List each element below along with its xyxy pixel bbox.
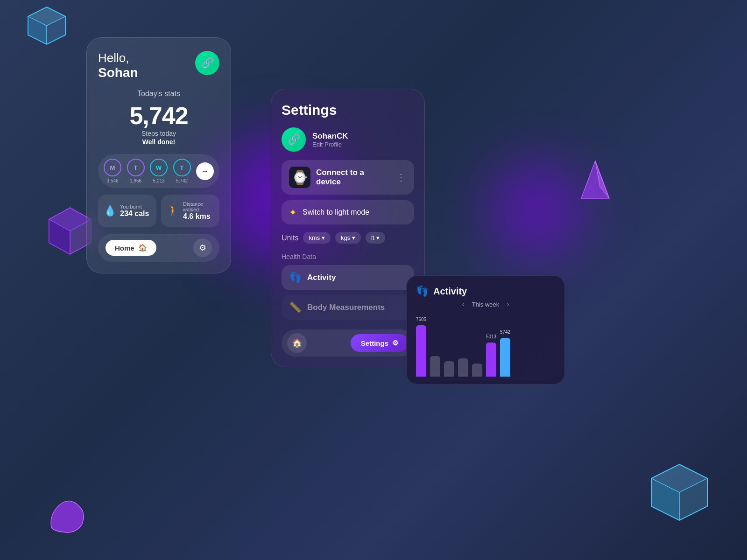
svg-marker-6 <box>49 219 70 254</box>
home-phone-card: Hello, Sohan 🔗 Today's stats 5,742 Steps… <box>86 37 231 273</box>
day-thursday: T 5,742 <box>173 159 191 183</box>
activity-card-title: Activity <box>433 286 467 297</box>
activity-chart-area: 760550135742 <box>416 316 555 377</box>
profile-info: SohanCK Edit Profile <box>312 132 348 148</box>
greeting-name: Sohan <box>98 65 138 80</box>
svg-marker-3 <box>47 16 65 44</box>
health-data-label: Health Data <box>282 253 414 260</box>
stats-cards-row: 💧 You burnt 234 cals 🚶 Distance walked 4… <box>98 195 219 227</box>
home-nav-row: Home 🏠 ⚙ <box>98 234 219 262</box>
bar-fill-4 <box>458 358 468 377</box>
activity-row[interactable]: 👣 Activity <box>282 265 414 290</box>
distance-icon: 🚶 <box>167 205 179 217</box>
svg-marker-8 <box>581 161 609 198</box>
stats-label: Today's stats <box>98 90 219 98</box>
chart-bar-5 <box>472 364 482 377</box>
day-circle-w: W <box>150 159 168 176</box>
units-row: Units kms ▾ kgs ▾ ft ▾ <box>282 232 414 244</box>
chart-bar-4 <box>458 358 468 377</box>
days-row: M 3,546 T 1,956 W 5,013 T 5,742 → <box>98 154 219 188</box>
settings-home-button[interactable]: 🏠 <box>287 333 307 353</box>
settings-title: Settings <box>282 102 414 118</box>
day-circle-m: M <box>104 159 121 176</box>
connect-device-more-button[interactable]: ⋮ <box>396 172 407 183</box>
sun-icon: ✦ <box>289 207 297 218</box>
days-arrow-button[interactable]: → <box>196 162 214 180</box>
steps-today-label: Steps today <box>98 130 219 137</box>
day-tuesday: T 1,956 <box>127 159 145 183</box>
settings-home-icon: 🏠 <box>292 338 302 348</box>
day-steps-w: 5,013 <box>153 178 164 183</box>
calories-value: 234 cals <box>120 210 149 218</box>
svg-marker-13 <box>679 478 707 520</box>
chart-bar-3 <box>444 361 454 377</box>
distance-label: Distance walked <box>183 201 214 212</box>
day-circle-t1: T <box>127 159 145 176</box>
chart-bar-7: 5742 <box>500 338 510 377</box>
unit-ft-badge[interactable]: ft ▾ <box>366 232 385 244</box>
distance-info: Distance walked 4.6 kms <box>183 201 214 221</box>
decorative-blob-right <box>490 163 584 257</box>
day-circle-t2: T <box>173 159 191 176</box>
body-measurements-icon: 📏 <box>289 301 302 314</box>
home-header: Hello, Sohan 🔗 <box>98 51 219 80</box>
week-prev-button[interactable]: ‹ <box>462 300 464 308</box>
decorative-cube-cyan-topleft <box>26 5 68 47</box>
settings-nav-label: Settings <box>361 339 388 347</box>
unit-kgs-badge[interactable]: kgs ▾ <box>335 232 361 244</box>
home-nav-button[interactable]: Home 🏠 <box>106 240 156 256</box>
calories-icon: 💧 <box>104 205 116 217</box>
activity-label: Activity <box>307 273 336 282</box>
profile-edit-link[interactable]: Edit Profile <box>312 141 348 148</box>
svg-marker-9 <box>595 161 609 198</box>
bar-fill-3 <box>444 361 454 377</box>
week-next-button[interactable]: › <box>507 300 509 308</box>
bar-fill-6 <box>486 343 496 377</box>
light-mode-button[interactable]: ✦ Switch to light mode <box>282 200 414 224</box>
day-wednesday: W 5,013 <box>150 159 168 183</box>
day-monday: M 3,546 <box>104 159 121 183</box>
profile-row[interactable]: 🔗 SohanCK Edit Profile <box>282 127 414 152</box>
connect-device-button[interactable]: ⌚ Connect to a device ⋮ <box>282 160 414 195</box>
calories-label: You burnt <box>120 204 149 210</box>
body-measurements-label: Body Measurements <box>307 303 385 312</box>
chart-bar-6: 5013 <box>486 343 496 377</box>
profile-name: SohanCK <box>312 132 348 141</box>
svg-marker-2 <box>28 16 47 44</box>
calories-card: 💧 You burnt 234 cals <box>98 195 156 227</box>
steps-praise: Well done! <box>98 138 219 146</box>
light-mode-label: Switch to light mode <box>303 208 369 217</box>
settings-nav-row: 🏠 Settings ⚙ <box>282 329 414 357</box>
units-label: Units <box>282 234 298 242</box>
svg-marker-5 <box>49 208 91 231</box>
decorative-cube-purple-midright <box>579 159 612 201</box>
svg-marker-4 <box>49 208 91 254</box>
body-measurements-row[interactable]: 📏 Body Measurements <box>282 295 414 320</box>
svg-marker-1 <box>28 7 65 26</box>
distance-card: 🚶 Distance walked 4.6 kms <box>161 195 219 227</box>
calories-info: You burnt 234 cals <box>120 204 149 218</box>
distance-value: 4.6 kms <box>183 212 214 221</box>
steps-count: 5,742 <box>98 102 219 130</box>
day-steps-m: 3,546 <box>106 178 118 183</box>
svg-marker-10 <box>651 464 707 520</box>
bar-fill-2 <box>430 356 440 377</box>
greeting-section: Hello, Sohan <box>98 51 138 80</box>
svg-marker-12 <box>651 478 679 520</box>
user-avatar[interactable]: 🔗 <box>195 51 219 75</box>
device-image: ⌚ <box>289 167 310 188</box>
bar-value-6: 5013 <box>486 334 496 339</box>
settings-active-button[interactable]: Settings ⚙ <box>351 334 409 352</box>
settings-nav-icon: ⚙ <box>392 339 398 347</box>
home-settings-button[interactable]: ⚙ <box>193 238 212 257</box>
settings-phone-card: Settings 🔗 SohanCK Edit Profile ⌚ Connec… <box>271 89 425 367</box>
greeting-hello: Hello, <box>98 51 138 65</box>
bar-fill-1 <box>416 325 426 377</box>
bar-value-7: 5742 <box>500 329 510 335</box>
svg-marker-11 <box>651 464 707 492</box>
settings-avatar: 🔗 <box>282 127 306 152</box>
unit-kms-badge[interactable]: kms ▾ <box>303 232 330 244</box>
home-settings-icon: ⚙ <box>199 243 206 253</box>
svg-marker-0 <box>28 7 65 44</box>
day-steps-t2: 5,742 <box>176 178 188 183</box>
